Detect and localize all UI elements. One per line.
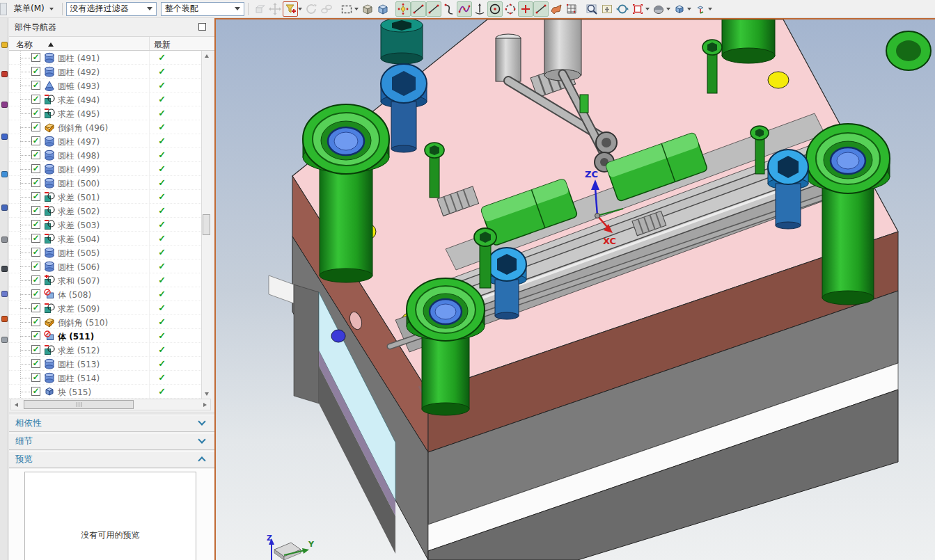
feature-checkbox[interactable]: ✓ — [31, 136, 40, 145]
chevron-down-icon[interactable] — [708, 8, 712, 10]
feature-label[interactable]: 求差 (512) — [58, 345, 100, 357]
assembly-navigator-tab-icon[interactable] — [1, 42, 8, 48]
feature-checkbox[interactable]: ✓ — [31, 122, 40, 131]
constraint-navigator-tab-icon[interactable] — [1, 71, 8, 77]
tree-row[interactable]: ✓求差 (504)✓ — [9, 232, 201, 246]
feature-label[interactable]: 求差 (494) — [58, 95, 100, 106]
tree-row[interactable]: ✓圆柱 (499)✓ — [9, 162, 201, 176]
tree-row[interactable]: ✓体 (511)✓ — [9, 329, 201, 343]
feature-label[interactable]: 求和 (507) — [58, 275, 100, 287]
feature-label[interactable]: 体 (511) — [58, 331, 94, 343]
chevron-down-icon[interactable] — [198, 435, 205, 443]
orient-view-icon[interactable] — [693, 1, 708, 17]
tree-row[interactable]: ✓圆柱 (513)✓ — [9, 357, 201, 371]
tree-row[interactable]: ✓体 (508)✓ — [9, 287, 201, 301]
feature-label[interactable]: 圆柱 (513) — [58, 359, 100, 371]
feature-label[interactable]: 倒斜角 (510) — [58, 317, 108, 329]
rod-sleeve[interactable] — [496, 38, 521, 81]
sketch-line-icon[interactable] — [533, 1, 549, 17]
section-preview[interactable]: 预览 — [9, 451, 214, 468]
feature-checkbox[interactable]: ✓ — [31, 81, 40, 90]
side-wall[interactable] — [294, 285, 319, 403]
vertical-scroll-thumb[interactable] — [203, 214, 210, 235]
chevron-down-icon[interactable] — [687, 8, 691, 10]
feature-checkbox[interactable]: ✓ — [31, 248, 40, 257]
feature-label[interactable]: 求差 (502) — [58, 206, 100, 218]
feature-checkbox[interactable]: ✓ — [31, 387, 40, 396]
feature-label[interactable]: 块 (515) — [58, 387, 91, 399]
socket-screw-teal[interactable] — [381, 19, 423, 64]
feature-checkbox[interactable]: ✓ — [31, 67, 40, 76]
tree-row[interactable]: ✓圆柱 (500)✓ — [9, 176, 201, 190]
selection-scope-dropdown[interactable]: 整个装配 — [161, 2, 244, 16]
feature-label[interactable]: 圆柱 (505) — [58, 248, 100, 259]
scroll-right-button[interactable] — [200, 399, 210, 410]
tree-vertical-scrollbar[interactable] — [201, 51, 211, 399]
sort-ascending-icon[interactable] — [48, 42, 54, 47]
chevron-down-icon[interactable] — [198, 417, 205, 425]
tree-row[interactable]: ✓圆柱 (498)✓ — [9, 148, 201, 162]
select-rectangle-icon[interactable] — [339, 1, 354, 17]
fit-view-icon[interactable] — [630, 1, 645, 17]
feature-checkbox[interactable]: ✓ — [31, 373, 40, 382]
tree-horizontal-scrollbar[interactable] — [10, 399, 211, 410]
part-navigator-tab-icon[interactable] — [1, 102, 8, 108]
line-icon[interactable] — [411, 1, 426, 17]
feature-checkbox[interactable]: ✓ — [31, 109, 40, 118]
tree-row[interactable]: ✓求差 (503)✓ — [9, 218, 201, 232]
chevron-up-icon[interactable] — [198, 456, 205, 464]
dowel-pin[interactable] — [331, 330, 345, 342]
tree-row[interactable]: ✓圆柱 (492)✓ — [9, 65, 201, 79]
feature-checkbox[interactable]: ✓ — [31, 206, 40, 215]
tree-row[interactable]: ✓块 (515)✓ — [9, 385, 201, 399]
section-dependencies[interactable]: 相依性 — [9, 415, 214, 432]
point-plus-icon[interactable] — [518, 1, 533, 17]
tree-row[interactable]: ✓圆柱 (514)✓ — [9, 371, 201, 385]
tree-row[interactable]: ✓倒斜角 (496)✓ — [9, 120, 201, 134]
reuse-library-tab-icon[interactable] — [1, 134, 8, 140]
studio-spline-icon[interactable] — [457, 1, 472, 17]
render-style-icon[interactable] — [651, 1, 666, 17]
feature-checkbox[interactable]: ✓ — [31, 262, 40, 271]
graphics-viewport[interactable]: ZC XC Z Y — [214, 18, 935, 560]
pan-icon[interactable] — [599, 1, 615, 17]
feature-label[interactable]: 圆锥 (493) — [58, 81, 100, 93]
tree-row[interactable]: ✓圆柱 (491)✓ — [9, 51, 201, 65]
chevron-down-icon[interactable] — [645, 8, 650, 10]
3d-scene[interactable]: ZC XC Z Y — [216, 19, 935, 560]
touch-tab-icon[interactable] — [1, 337, 8, 343]
feature-label[interactable]: 倒斜角 (496) — [58, 122, 108, 134]
reposition-component-icon[interactable] — [304, 1, 319, 17]
face-icon[interactable] — [549, 1, 564, 17]
feature-label[interactable]: 圆柱 (500) — [58, 178, 100, 190]
rod-sleeve[interactable] — [544, 19, 581, 75]
lattice-icon[interactable] — [564, 1, 579, 17]
scroll-up-button[interactable] — [202, 51, 212, 61]
line-segment-icon[interactable] — [426, 1, 441, 17]
tree-row[interactable]: ✓求差 (512)✓ — [9, 343, 201, 357]
feature-label[interactable]: 求差 (504) — [58, 234, 100, 246]
selection-filter-dropdown[interactable]: 没有选择过滤器 — [66, 2, 157, 16]
tree-row[interactable]: ✓圆柱 (506)✓ — [9, 259, 201, 273]
menu-button[interactable]: 菜单(M) — [9, 1, 58, 16]
arc-icon[interactable] — [441, 1, 457, 17]
feature-checkbox[interactable]: ✓ — [31, 345, 40, 354]
point-icon[interactable] — [395, 1, 411, 17]
tree-row[interactable]: ✓圆柱 (505)✓ — [9, 246, 201, 259]
show-component-icon[interactable] — [252, 1, 267, 17]
chevron-down-icon[interactable] — [666, 8, 670, 10]
tree-row[interactable]: ✓圆锥 (493)✓ — [9, 79, 201, 93]
view-cube-icon[interactable] — [672, 1, 687, 17]
feature-label[interactable]: 求差 (501) — [58, 192, 100, 204]
tree-row[interactable]: ✓求和 (507)✓ — [9, 273, 201, 287]
history-tab-icon[interactable] — [1, 205, 8, 211]
tree-row[interactable]: ✓求差 (502)✓ — [9, 204, 201, 218]
roles-tab-icon[interactable] — [1, 316, 8, 322]
process-studio-tab-icon[interactable] — [1, 266, 8, 272]
column-name-header[interactable]: 名称 — [16, 39, 33, 51]
feature-checkbox[interactable]: ✓ — [31, 220, 40, 229]
feature-checkbox[interactable]: ✓ — [31, 331, 40, 340]
feature-label[interactable]: 体 (508) — [58, 289, 91, 301]
web-browser-tab-icon[interactable] — [1, 171, 8, 177]
feature-checkbox[interactable]: ✓ — [31, 178, 40, 187]
